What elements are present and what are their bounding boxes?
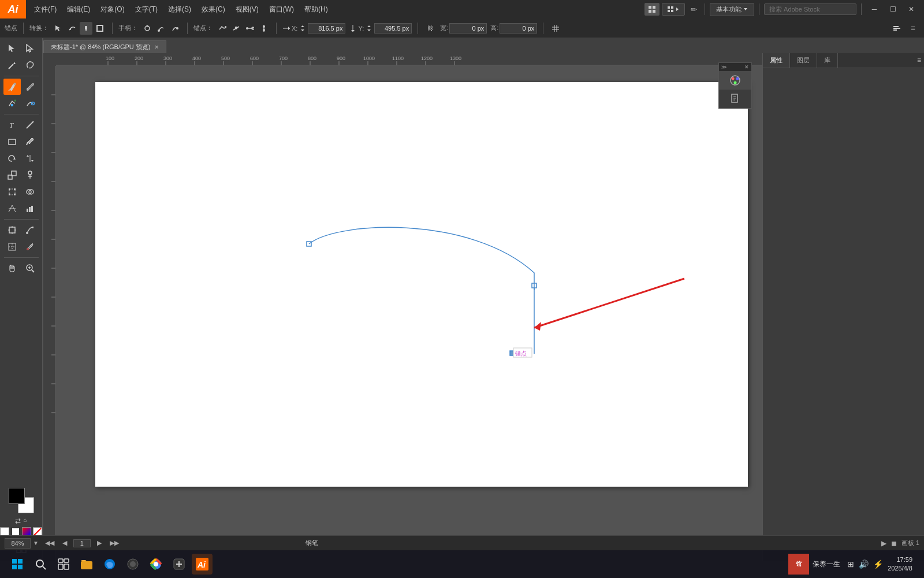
artboard-tool[interactable] xyxy=(3,222,21,238)
reset-colors-icon[interactable]: ⌂ xyxy=(23,517,27,525)
nav-next[interactable]: ▶ xyxy=(95,539,103,547)
close-button[interactable]: ✕ xyxy=(903,3,919,16)
direct-selection-tool[interactable] xyxy=(21,40,39,57)
panel-menu-icon[interactable]: ≡ xyxy=(914,53,924,68)
connect-icon[interactable] xyxy=(244,22,256,35)
nav-next-page[interactable]: ▶▶ xyxy=(108,539,121,547)
windows-start-button[interactable] xyxy=(7,554,28,575)
perspective-grid-tool[interactable] xyxy=(3,201,21,217)
tab-layers[interactable]: 图层 xyxy=(790,53,817,68)
add-anchor-tool[interactable]: + xyxy=(3,95,21,112)
width-height-link-icon[interactable]: ⛓ xyxy=(424,22,437,35)
hand-tool[interactable] xyxy=(3,260,21,276)
type-tool[interactable]: T xyxy=(3,117,21,133)
clock[interactable]: 17:59 2025/4/8 xyxy=(888,555,912,573)
chrome-button[interactable] xyxy=(146,554,166,575)
h-input[interactable] xyxy=(500,23,537,34)
graph-tool[interactable] xyxy=(21,201,39,217)
w-input[interactable] xyxy=(449,23,487,34)
menu-window[interactable]: 窗口(W) xyxy=(264,2,299,17)
tab-library[interactable]: 库 xyxy=(817,53,838,68)
arrange-icon-1[interactable] xyxy=(644,3,660,16)
app5-button[interactable] xyxy=(122,554,143,575)
x-input[interactable] xyxy=(308,23,345,34)
zoom-input[interactable] xyxy=(5,538,31,549)
rectangle-tool[interactable] xyxy=(3,134,21,150)
maximize-button[interactable]: ☐ xyxy=(885,3,901,16)
selection-icon[interactable] xyxy=(52,22,65,35)
menu-type[interactable]: 文字(T) xyxy=(131,2,162,17)
zoom-tool[interactable] xyxy=(21,260,39,276)
menu-effect[interactable]: 效果(C) xyxy=(197,2,230,17)
foreground-color-swatch[interactable] xyxy=(9,488,25,504)
network-icon[interactable]: ⊞ xyxy=(847,560,854,569)
reflect-tool[interactable] xyxy=(21,150,39,166)
palette-tool-btn[interactable] xyxy=(719,71,751,90)
battery-icon[interactable]: ⚡ xyxy=(873,560,883,569)
swap-colors-icon[interactable]: ⇄ xyxy=(15,517,21,525)
drawing-canvas[interactable]: 锚点 xyxy=(95,82,748,487)
brush-tool[interactable] xyxy=(21,79,39,95)
page-number-input[interactable] xyxy=(73,539,91,547)
magic-wand-tool[interactable] xyxy=(3,57,21,73)
delete-anchor-icon[interactable] xyxy=(230,22,243,35)
arrange-icon-2[interactable] xyxy=(662,3,685,16)
lasso-tool[interactable] xyxy=(21,57,39,73)
menu-object[interactable]: 对象(O) xyxy=(96,2,129,17)
search-input[interactable] xyxy=(764,3,856,15)
app7-button[interactable] xyxy=(169,554,189,575)
menu-select[interactable]: 选择(S) xyxy=(163,2,196,17)
add-anchor-icon[interactable] xyxy=(216,22,229,35)
browser-button[interactable] xyxy=(99,554,120,575)
align-icon[interactable] xyxy=(258,22,270,35)
menu-file[interactable]: 文件(F) xyxy=(29,2,61,17)
minimize-button[interactable]: ─ xyxy=(866,3,882,16)
shape-builder-tool[interactable] xyxy=(21,184,39,200)
more-options-icon[interactable]: ≡ xyxy=(907,22,919,35)
bezier-curve[interactable] xyxy=(309,227,534,290)
y-input[interactable] xyxy=(374,23,412,34)
handle-icon3[interactable] xyxy=(169,22,181,35)
zoom-dropdown-button[interactable]: ▼ xyxy=(33,540,39,546)
smooth-anchor-tool[interactable] xyxy=(21,95,39,112)
slice-tool[interactable] xyxy=(3,239,21,255)
workspace-button[interactable]: 基本功能 xyxy=(710,3,754,16)
square-icon[interactable] xyxy=(94,22,106,35)
menu-view[interactable]: 视图(V) xyxy=(231,2,263,17)
document-tab[interactable]: 未标题-1* @ 84% (RGB/GPU 预览) ✕ xyxy=(43,40,166,53)
handle-icon1[interactable] xyxy=(141,22,154,35)
free-transform-tool[interactable] xyxy=(3,184,21,200)
eyedropper-tool[interactable] xyxy=(21,134,39,150)
menu-edit[interactable]: 编辑(E) xyxy=(62,2,95,17)
taskview-button[interactable] xyxy=(53,554,74,575)
smooth-icon[interactable] xyxy=(66,22,79,35)
blend-tool[interactable] xyxy=(21,222,39,238)
file-explorer-button[interactable] xyxy=(76,554,97,575)
scale-tool[interactable] xyxy=(3,167,21,183)
play-button[interactable]: ▶ xyxy=(881,539,886,547)
close-mini-panel[interactable]: ✕ xyxy=(744,64,749,70)
handle-icon2[interactable] xyxy=(155,22,167,35)
tab-close-button[interactable]: ✕ xyxy=(154,44,159,50)
tab-properties[interactable]: 属性 xyxy=(763,53,790,68)
document-tool-btn[interactable] xyxy=(719,90,751,108)
nav-prev-page[interactable]: ◀◀ xyxy=(43,539,56,547)
pen-tool[interactable] xyxy=(3,79,21,95)
volume-icon[interactable]: 🔊 xyxy=(859,560,869,569)
color-picker-tool[interactable] xyxy=(21,239,39,255)
pen-icon[interactable] xyxy=(80,22,92,35)
rotate-tool[interactable] xyxy=(3,150,21,166)
nav-prev[interactable]: ◀ xyxy=(61,539,69,547)
search-taskbar-button[interactable] xyxy=(30,554,51,575)
artboard[interactable]: 锚点 xyxy=(95,82,748,487)
illustrator-taskbar-button[interactable]: Ai xyxy=(192,554,213,575)
stop-button[interactable]: ◼ xyxy=(891,539,897,547)
brush-icon[interactable]: ✏ xyxy=(687,3,700,16)
panel-toggle-icon[interactable] xyxy=(891,22,903,35)
menu-help[interactable]: 帮助(H) xyxy=(300,2,333,17)
puppet-warp-tool[interactable] xyxy=(21,167,39,183)
selection-tool[interactable] xyxy=(3,40,21,57)
grid-icon[interactable] xyxy=(549,22,562,35)
line-tool[interactable] xyxy=(21,117,39,133)
expand-mini-panel[interactable]: ≫ xyxy=(721,64,726,70)
